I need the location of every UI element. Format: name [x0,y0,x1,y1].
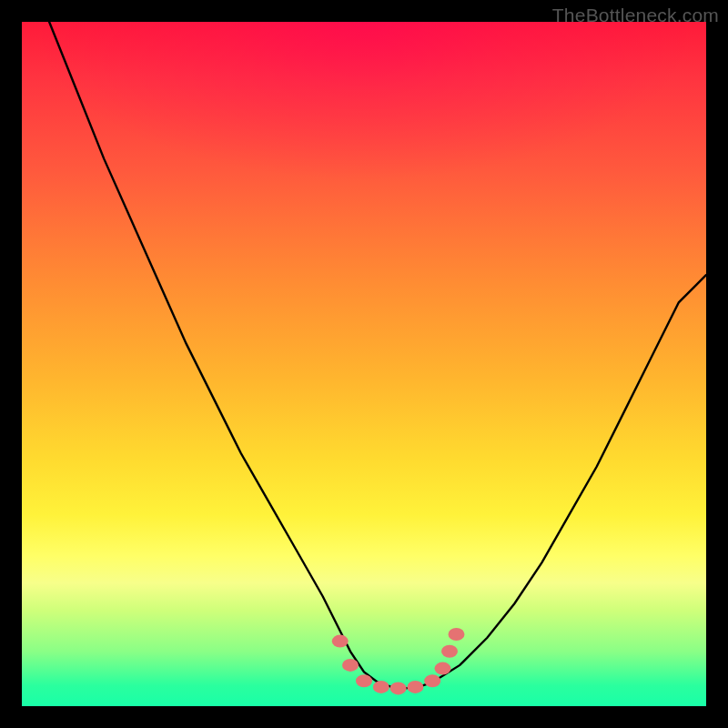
curve-marker [390,682,407,694]
chart-frame: TheBottleneck.com [0,0,728,728]
watermark-text: TheBottleneck.com [552,5,719,26]
curve-layer [22,22,706,706]
curve-marker [449,628,465,641]
curve-marker [407,681,423,693]
curve-marker [332,635,349,648]
curve-markers [332,628,465,694]
bottleneck-curve [49,22,706,688]
curve-marker [373,681,389,693]
curve-marker [342,659,359,672]
curve-marker [441,645,458,658]
curve-marker [356,674,372,687]
curve-marker [424,674,440,687]
curve-marker [435,662,451,675]
chart-plot-area [22,22,706,706]
